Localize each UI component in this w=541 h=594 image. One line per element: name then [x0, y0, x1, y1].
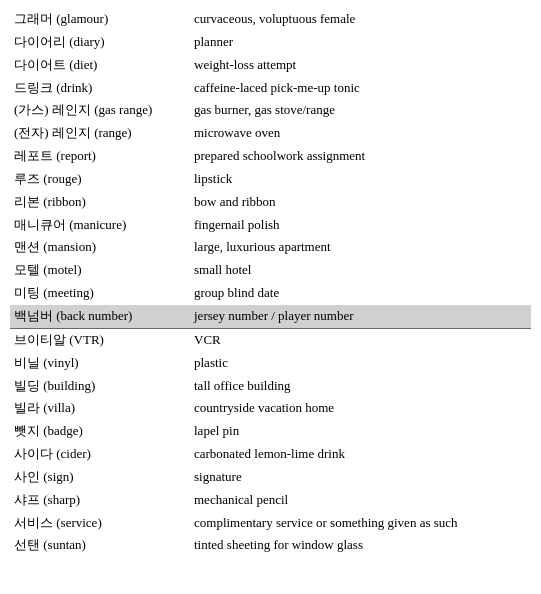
table-row: 사이다 (cider)carbonated lemon-lime drink — [10, 443, 531, 466]
korean-term: 드링크 (drink) — [10, 77, 190, 100]
korean-term: (가스) 레인지 (gas range) — [10, 99, 190, 122]
korean-term: 샤프 (sharp) — [10, 489, 190, 512]
english-definition: fingernail polish — [190, 214, 531, 237]
english-definition: plastic — [190, 352, 531, 375]
korean-term: 그래머 (glamour) — [10, 8, 190, 31]
english-definition: VCR — [190, 328, 531, 351]
english-definition: group blind date — [190, 282, 531, 305]
korean-term: (전자) 레인지 (range) — [10, 122, 190, 145]
korean-term: 매니큐어 (manicure) — [10, 214, 190, 237]
vocabulary-table: 그래머 (glamour)curvaceous, voluptuous fema… — [10, 8, 531, 557]
table-row: 선탠 (suntan)tinted sheeting for window gl… — [10, 534, 531, 557]
korean-term: 레포트 (report) — [10, 145, 190, 168]
korean-term: 서비스 (service) — [10, 512, 190, 535]
english-definition: signature — [190, 466, 531, 489]
english-definition: gas burner, gas stove/range — [190, 99, 531, 122]
english-definition: microwave oven — [190, 122, 531, 145]
table-row: (가스) 레인지 (gas range)gas burner, gas stov… — [10, 99, 531, 122]
korean-term: 빌라 (villa) — [10, 397, 190, 420]
korean-term: 빌딩 (building) — [10, 375, 190, 398]
english-definition: caffeine-laced pick-me-up tonic — [190, 77, 531, 100]
english-definition: mechanical pencil — [190, 489, 531, 512]
table-row: 사인 (sign)signature — [10, 466, 531, 489]
table-row: 뺏지 (badge)lapel pin — [10, 420, 531, 443]
korean-term: 백넘버 (back number) — [10, 305, 190, 328]
english-definition: small hotel — [190, 259, 531, 282]
korean-term: 비닐 (vinyl) — [10, 352, 190, 375]
english-definition: prepared schoolwork assignment — [190, 145, 531, 168]
english-definition: weight-loss attempt — [190, 54, 531, 77]
english-definition: planner — [190, 31, 531, 54]
korean-term: 다이어리 (diary) — [10, 31, 190, 54]
korean-term: 사이다 (cider) — [10, 443, 190, 466]
korean-term: 미팅 (meeting) — [10, 282, 190, 305]
english-definition: lapel pin — [190, 420, 531, 443]
table-row: 다이어트 (diet)weight-loss attempt — [10, 54, 531, 77]
table-row: 루즈 (rouge)lipstick — [10, 168, 531, 191]
korean-term: 브이티알 (VTR) — [10, 328, 190, 351]
table-row: 모텔 (motel)small hotel — [10, 259, 531, 282]
korean-term: 리본 (ribbon) — [10, 191, 190, 214]
english-definition: large, luxurious apartment — [190, 236, 531, 259]
english-definition: jersey number / player number — [190, 305, 531, 328]
table-row: 그래머 (glamour)curvaceous, voluptuous fema… — [10, 8, 531, 31]
table-row: 레포트 (report)prepared schoolwork assignme… — [10, 145, 531, 168]
table-row: 비닐 (vinyl)plastic — [10, 352, 531, 375]
korean-term: 뺏지 (badge) — [10, 420, 190, 443]
english-definition: curvaceous, voluptuous female — [190, 8, 531, 31]
table-row: 매니큐어 (manicure)fingernail polish — [10, 214, 531, 237]
korean-term: 다이어트 (diet) — [10, 54, 190, 77]
table-row: 백넘버 (back number)jersey number / player … — [10, 305, 531, 328]
table-row: (전자) 레인지 (range)microwave oven — [10, 122, 531, 145]
english-definition: tinted sheeting for window glass — [190, 534, 531, 557]
table-row: 브이티알 (VTR)VCR — [10, 328, 531, 351]
table-row: 다이어리 (diary)planner — [10, 31, 531, 54]
english-definition: carbonated lemon-lime drink — [190, 443, 531, 466]
english-definition: countryside vacation home — [190, 397, 531, 420]
table-row: 빌라 (villa)countryside vacation home — [10, 397, 531, 420]
english-definition: bow and ribbon — [190, 191, 531, 214]
english-definition: tall office building — [190, 375, 531, 398]
table-row: 드링크 (drink)caffeine-laced pick-me-up ton… — [10, 77, 531, 100]
korean-term: 선탠 (suntan) — [10, 534, 190, 557]
table-row: 맨션 (mansion)large, luxurious apartment — [10, 236, 531, 259]
korean-term: 루즈 (rouge) — [10, 168, 190, 191]
korean-term: 모텔 (motel) — [10, 259, 190, 282]
korean-term: 맨션 (mansion) — [10, 236, 190, 259]
table-row: 미팅 (meeting)group blind date — [10, 282, 531, 305]
table-row: 빌딩 (building)tall office building — [10, 375, 531, 398]
korean-term: 사인 (sign) — [10, 466, 190, 489]
english-definition: lipstick — [190, 168, 531, 191]
table-row: 샤프 (sharp)mechanical pencil — [10, 489, 531, 512]
table-row: 서비스 (service)complimentary service or so… — [10, 512, 531, 535]
english-definition: complimentary service or something given… — [190, 512, 531, 535]
table-row: 리본 (ribbon)bow and ribbon — [10, 191, 531, 214]
